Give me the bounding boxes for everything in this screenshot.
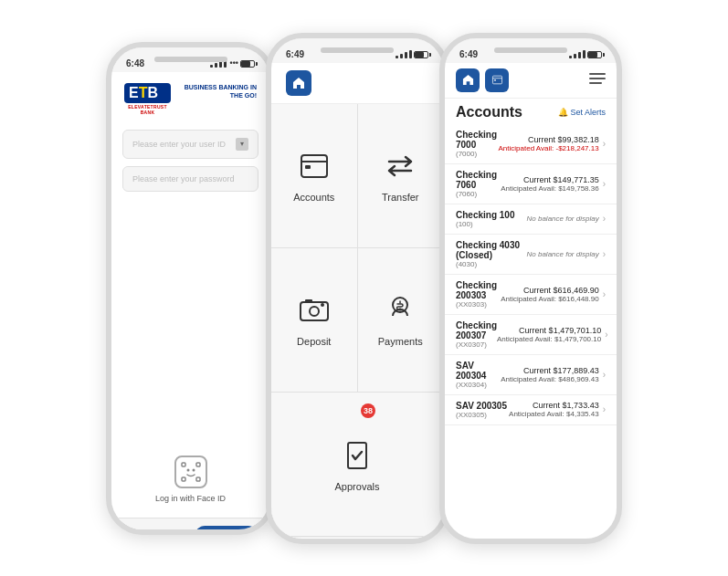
chevron-7: ›	[603, 404, 606, 414]
account-row-6[interactable]: SAV 200304 (XX0304) Current $177,889.43 …	[445, 355, 617, 395]
login-footer: 🔒 Member FDIC Log In	[111, 518, 269, 535]
chevron-1: ›	[603, 179, 606, 189]
menu-item-approvals[interactable]: 38 Approvals	[271, 393, 443, 536]
account-row-1[interactable]: Checking 7060 (7060) Current $149,771.35…	[445, 164, 617, 204]
transfer-icon	[382, 148, 418, 184]
deposit-icon	[296, 292, 332, 329]
acct-current-4: Current $616,469.90	[501, 286, 599, 295]
accounts-screen: Accounts 🔔 Set Alerts Checking 7000 (700…	[445, 63, 617, 544]
acct-current-1: Current $149,771.35	[501, 175, 599, 184]
acct-name-5: Checking 200307	[456, 320, 497, 340]
svg-rect-19	[589, 78, 606, 79]
acct-num-5: (XX0307)	[456, 340, 497, 349]
acct-nobalance-3: No balance for display	[527, 250, 599, 258]
menu-dots-icon[interactable]	[589, 72, 606, 88]
svg-rect-18	[589, 73, 606, 75]
svg-rect-20	[589, 82, 602, 84]
home-icon[interactable]	[286, 70, 311, 96]
accounts-active-icon[interactable]	[485, 68, 509, 92]
chevron-4: ›	[603, 289, 606, 299]
menu-screen: Accounts Transfer	[271, 63, 443, 544]
svg-rect-1	[196, 463, 200, 466]
svg-point-11	[321, 303, 324, 307]
chevron-5: ›	[605, 330, 607, 340]
phone-login: 6:48 ••• E T B	[106, 42, 275, 535]
accounts-footer: FLCBank	[445, 540, 617, 544]
account-row-5[interactable]: Checking 200307 (XX0307) Current $1,479,…	[445, 315, 617, 355]
svg-rect-2	[182, 477, 185, 481]
accounts-title: Accounts	[456, 104, 522, 120]
face-id-area: Log in with Face ID	[111, 312, 269, 518]
acct-num-4: (XX0303)	[456, 300, 501, 309]
acct-current-6: Current $177,889.43	[501, 366, 599, 375]
accounts-icon	[296, 148, 332, 184]
signal-bar-4	[224, 59, 227, 68]
acct-avail-0: Anticipated Avail: -$218,247.13	[499, 144, 599, 152]
menu-item-transfer[interactable]: Transfer	[358, 104, 444, 247]
acct-num-2: (100)	[456, 220, 527, 228]
acct-name-0: Checking 7000	[456, 130, 499, 150]
acct-avail-7: Anticipated Avail: $4,335.43	[509, 410, 599, 418]
acct-num-0: (7000)	[456, 150, 499, 158]
payments-label: Payments	[378, 336, 423, 347]
svg-rect-17	[493, 79, 495, 80]
approvals-badge: 38	[361, 403, 375, 418]
status-bar-1: 6:48 •••	[111, 47, 269, 72]
set-alerts[interactable]: 🔔 Set Alerts	[558, 108, 606, 117]
acct-current-5: Current $1,479,701.10	[497, 326, 601, 335]
menu-item-deposit[interactable]: Deposit	[271, 248, 357, 392]
signal-3	[569, 50, 602, 58]
acct-avail-5: Anticipated Avail: $1,479,700.10	[497, 335, 601, 343]
account-row-2[interactable]: Checking 100 (100) No balance for displa…	[445, 204, 617, 235]
svg-point-4	[186, 468, 189, 471]
fdic-label: 🔒 Member FDIC	[122, 532, 180, 535]
user-id-field[interactable]: Please enter your user ID ▾	[122, 130, 258, 159]
password-field[interactable]: Please enter your password	[122, 166, 258, 192]
app-scene: 6:48 ••• E T B	[106, 33, 622, 544]
account-row-0[interactable]: Checking 7000 (7000) Current $99,382.18 …	[445, 124, 617, 164]
svg-rect-0	[182, 463, 185, 466]
deposit-label: Deposit	[297, 336, 331, 347]
svg-point-10	[310, 307, 319, 316]
acct-name-2: Checking 100	[456, 210, 527, 220]
wifi-icon: •••	[230, 58, 238, 68]
login-screen: E T B ELEVATETRUST BANK BUSINESS BANKING…	[111, 72, 269, 535]
chevron-0: ›	[603, 139, 606, 149]
logo-t: T	[139, 86, 148, 100]
account-row-3[interactable]: Checking 4030 (Closed) (4030) No balance…	[445, 235, 617, 275]
phone-accounts: 6:49	[439, 33, 622, 544]
time-3: 6:49	[459, 49, 478, 59]
signal-bar-3	[219, 61, 222, 68]
battery-fill-1	[241, 61, 250, 67]
menu-item-payments[interactable]: Payments	[358, 248, 444, 392]
acct-name-4: Checking 200303	[456, 280, 501, 300]
acct-name-7: SAV 200305	[456, 401, 509, 411]
accounts-label: Accounts	[293, 192, 334, 203]
accounts-home-icon[interactable]	[456, 68, 480, 92]
time-1: 6:48	[126, 58, 144, 68]
face-id-label: Log in with Face ID	[155, 494, 226, 503]
acct-num-6: (XX0304)	[456, 381, 501, 389]
menu-footer: FLCBank	[271, 537, 443, 544]
payments-icon	[382, 292, 418, 329]
phone-menu: 6:49	[266, 33, 448, 544]
login-form: Please enter your user ID ▾ Please enter…	[111, 122, 269, 313]
account-row-7[interactable]: SAV 200305 (XX0305) Current $1,733.43 An…	[445, 395, 617, 425]
chevron-2: ›	[603, 214, 606, 224]
acct-nobalance-2: No balance for display	[527, 215, 599, 223]
lock-icon: 🔒	[122, 532, 132, 535]
approvals-label: Approvals	[335, 481, 380, 492]
business-banking: BUSINESS BANKING IN THE GO!	[171, 83, 257, 99]
face-id-icon[interactable]	[174, 456, 207, 488]
accounts-list: Checking 7000 (7000) Current $99,382.18 …	[445, 124, 617, 540]
account-row-4[interactable]: Checking 200303 (XX0303) Current $616,46…	[445, 275, 617, 315]
acct-avail-1: Anticipated Avail: $149,758.36	[501, 184, 599, 193]
status-bar-2: 6:49	[271, 38, 443, 63]
login-button[interactable]: Log In	[195, 526, 258, 535]
acct-name-6: SAV 200304	[456, 361, 501, 381]
svg-rect-12	[305, 299, 312, 303]
logo-b: B	[147, 86, 158, 100]
acct-num-7: (XX0305)	[456, 411, 509, 419]
etb-logo: E T B ELEVATETRUST BANK	[124, 83, 171, 115]
menu-item-accounts[interactable]: Accounts	[271, 104, 357, 247]
